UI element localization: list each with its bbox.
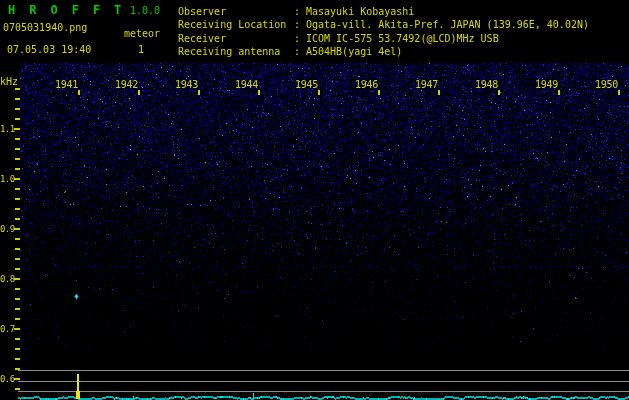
freq-label-1-1: 1.1: [0, 124, 14, 134]
info-separator: :: [294, 46, 300, 57]
info-label-receiver: Receiver: [178, 33, 226, 44]
info-separator: :: [294, 19, 300, 30]
time-label-1946: 1946: [353, 79, 378, 90]
app-title: HROFFT: [8, 4, 135, 17]
freq-label-0-6: 0.6: [0, 374, 14, 384]
freq-label-0-7: 0.7: [0, 324, 14, 334]
time-label-1947: 1947: [413, 79, 438, 90]
info-value-receiver: ICOM IC-575 53.7492(@LCD)MHz USB: [306, 33, 499, 44]
info-value-antenna: A504HB(yagi 4el): [306, 46, 402, 57]
time-label-1950: 1950: [593, 79, 618, 90]
time-label-1942: 1942: [113, 79, 138, 90]
time-label-1948: 1948: [473, 79, 498, 90]
y-axis-unit: kHz: [0, 76, 18, 87]
time-label-1943: 1943: [173, 79, 198, 90]
info-label-antenna: Receiving antenna: [178, 46, 280, 57]
info-separator: :: [294, 33, 300, 44]
info-label-observer: Observer: [178, 6, 226, 17]
mode-label: meteor: [124, 28, 160, 39]
freq-label-1-0: 1.0: [0, 174, 14, 184]
spectrogram-canvas: [0, 0, 629, 400]
filename: 0705031940.png: [3, 22, 87, 33]
meteor-count: 1: [138, 44, 144, 55]
info-value-location: Ogata-vill. Akita-Pref. JAPAN (139.96E, …: [306, 19, 589, 30]
info-label-location: Receiving Location: [178, 19, 286, 30]
info-separator: :: [294, 6, 300, 17]
time-label-1949: 1949: [533, 79, 558, 90]
time-label-1941: 1941: [53, 79, 78, 90]
time-label-1944: 1944: [233, 79, 258, 90]
app-version: 1.0.0: [130, 5, 160, 16]
freq-label-0-8: 0.8: [0, 274, 14, 284]
hrofft-screen: HROFFT 1.0.0 0705031940.png meteor 07.05…: [0, 0, 629, 400]
info-value-observer: Masayuki Kobayashi: [306, 6, 414, 17]
datetime: 07.05.03 19:40: [7, 44, 91, 55]
time-label-1945: 1945: [293, 79, 318, 90]
freq-label-0-9: 0.9: [0, 224, 14, 234]
